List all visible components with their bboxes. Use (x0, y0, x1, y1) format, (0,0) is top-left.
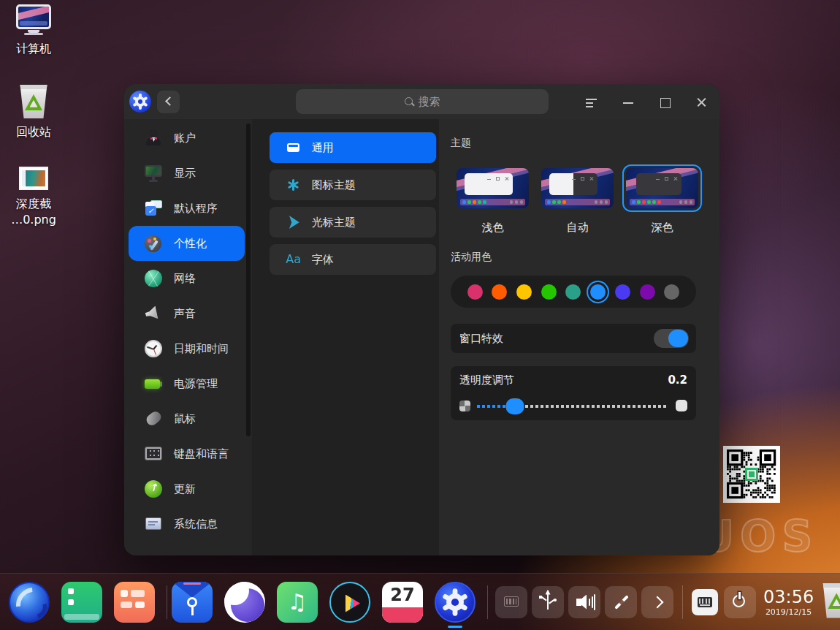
accent-color-orange[interactable] (492, 284, 507, 300)
accent-color-indigo[interactable] (615, 284, 630, 300)
search-input[interactable]: 搜索 (296, 89, 549, 114)
system-info-icon (143, 514, 164, 534)
control-center-window: 搜索 账户 显示 ✓ (124, 84, 719, 555)
accent-color-blue-selected[interactable] (590, 284, 606, 300)
sidebar-item-system-info[interactable]: 系统信息 (129, 506, 245, 542)
keyboard-icon (698, 597, 712, 607)
dock-control-center[interactable] (435, 582, 476, 623)
general-icon (286, 140, 302, 156)
accent-color-teal[interactable] (565, 284, 581, 300)
minimize-button[interactable] (614, 87, 643, 116)
subnav-label: 通用 (312, 141, 334, 155)
fonts-icon: Aa (286, 251, 302, 267)
sidebar-label: 鼠标 (174, 412, 196, 426)
sidebar-item-sound[interactable]: 声音 (129, 296, 245, 331)
subnav-item-cursor-theme[interactable]: 光标主题 (270, 207, 436, 238)
sidebar-item-keyboard[interactable]: 键盘和语言 (129, 436, 245, 471)
dock-launcher-grid[interactable] (61, 582, 102, 623)
sidebar-item-power[interactable]: 电源管理 (129, 366, 245, 401)
shutdown-button[interactable] (724, 586, 756, 618)
subnav-item-icon-theme[interactable]: 图标主题 (270, 170, 436, 200)
screenshot-label-line2: …0.png (11, 213, 56, 227)
calendar-day: 27 (382, 585, 423, 604)
opacity-value: 0.2 (668, 373, 687, 387)
dock-trash[interactable] (821, 583, 840, 621)
search-placeholder: 搜索 (419, 95, 440, 109)
sidebar-label: 声音 (174, 307, 196, 321)
display-icon (143, 163, 164, 183)
theme-options: 浅色 自动 (451, 164, 705, 235)
slider-track[interactable] (477, 405, 668, 408)
subnav-item-fonts[interactable]: Aa 字体 (270, 244, 436, 275)
opacity-label: 透明度调节 (459, 373, 514, 387)
theme-section-title: 主题 (451, 137, 705, 150)
desktop-icon-recycle-bin[interactable]: 回收站 (1, 85, 66, 140)
general-settings-panel: 主题 浅色 (439, 119, 719, 555)
sidebar-item-accounts[interactable]: 账户 (129, 121, 245, 156)
opaque-square-icon (676, 400, 687, 411)
transparent-checker-icon (459, 401, 470, 411)
dock-separator (167, 585, 167, 619)
clock-date: 2019/12/15 (763, 607, 814, 617)
dock-music[interactable]: ♫ (277, 582, 318, 623)
tray-tablet-pen[interactable] (605, 586, 637, 618)
keyboard-icon (143, 444, 164, 464)
sidebar-item-personalization[interactable]: 个性化 (129, 226, 245, 261)
sidebar-item-update[interactable]: ↑ 更新 (129, 471, 245, 506)
accent-color-gray[interactable] (664, 284, 679, 300)
dock-clock[interactable]: 03:56 2019/12/15 (763, 588, 814, 617)
theme-option-light[interactable]: 浅色 (451, 164, 535, 235)
dock-browser[interactable] (224, 582, 265, 623)
dock-multitasking-view[interactable] (114, 582, 155, 623)
accounts-icon (143, 128, 164, 148)
mouse-icon (143, 409, 164, 429)
back-button[interactable] (157, 91, 180, 113)
tray-volume[interactable] (568, 586, 600, 618)
subnav-item-general[interactable]: 通用 (270, 132, 436, 163)
computer-icon (1, 4, 66, 35)
sound-icon (143, 303, 164, 324)
sidebar-item-mouse[interactable]: 鼠标 (129, 401, 245, 436)
default-apps-icon: ✓ (143, 198, 164, 219)
dock-movie[interactable] (329, 582, 370, 623)
desktop-icon-computer[interactable]: 计算机 (1, 4, 66, 57)
dock-launcher[interactable] (9, 582, 50, 623)
personalization-icon (143, 233, 164, 254)
theme-option-dark[interactable]: 深色 (620, 164, 704, 235)
battery-icon (143, 373, 164, 394)
sidebar-label: 键盘和语言 (174, 447, 229, 461)
keyboard-layout-indicator[interactable] (692, 589, 718, 615)
opacity-slider[interactable] (459, 398, 687, 415)
sidebar-item-network[interactable]: 网络 (129, 261, 245, 296)
theme-label-light: 浅色 (451, 221, 535, 235)
onscreen-keyboard-icon (504, 596, 519, 607)
sidebar-scrollbar[interactable] (246, 124, 251, 436)
sidebar-item-display[interactable]: 显示 (129, 156, 245, 191)
theme-option-auto[interactable]: 自动 (535, 164, 619, 235)
sidebar: 账户 显示 ✓ 默认程序 个性化 网络 (124, 119, 252, 555)
menu-button[interactable] (577, 87, 606, 116)
sidebar-item-default-apps[interactable]: ✓ 默认程序 (129, 191, 245, 226)
dock: ♫ 27 03:56 2019/12/15 (0, 573, 840, 630)
subnav-label: 光标主题 (312, 216, 356, 229)
accent-color-green[interactable] (541, 284, 557, 300)
accent-color-yellow[interactable] (516, 284, 532, 300)
dock-calendar[interactable]: 27 (382, 582, 423, 623)
accent-color-picker (451, 276, 696, 308)
tray-expand-chevron[interactable] (641, 586, 673, 618)
accent-color-pink[interactable] (467, 284, 483, 300)
window-effects-toggle[interactable] (654, 329, 689, 348)
sidebar-label: 电源管理 (174, 377, 218, 391)
accent-color-purple[interactable] (640, 284, 655, 300)
slider-handle[interactable] (506, 398, 524, 414)
close-button[interactable] (687, 87, 716, 116)
dock-file-manager[interactable] (172, 582, 213, 623)
titlebar[interactable]: 搜索 (124, 84, 719, 119)
maximize-button[interactable] (650, 87, 679, 116)
window-effects-row: 窗口特效 (451, 324, 696, 353)
tray-onboard-keyboard[interactable] (495, 586, 527, 618)
sidebar-item-datetime[interactable]: 日期和时间 (129, 331, 245, 366)
desktop-icon-screenshot-file[interactable]: 深度截 …0.png (1, 167, 66, 227)
tray-usb[interactable] (532, 586, 564, 618)
window-effects-label: 窗口特效 (459, 332, 503, 346)
